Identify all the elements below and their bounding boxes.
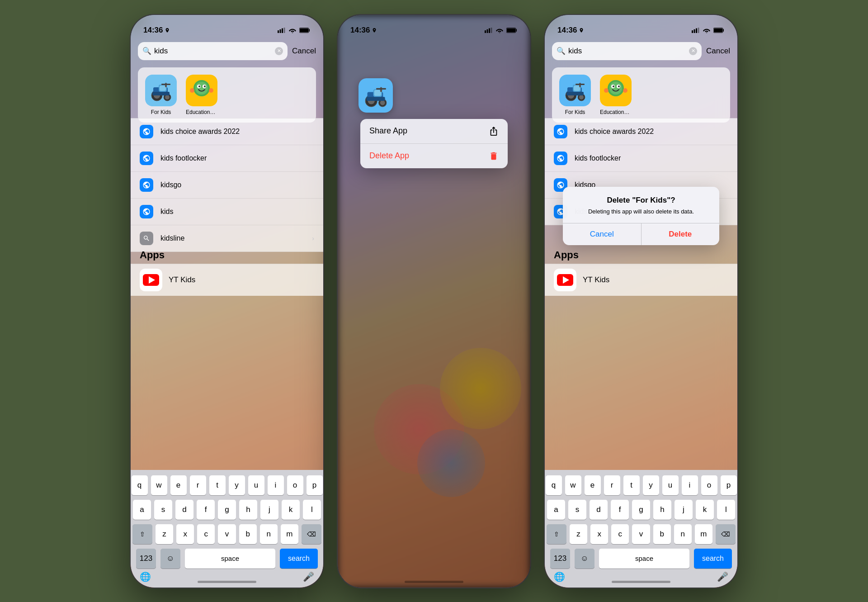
- key-w-left[interactable]: w: [151, 475, 167, 495]
- suggestion-kidsawards[interactable]: kids choice awards 2022: [131, 118, 323, 145]
- key-b-right[interactable]: b: [653, 524, 671, 544]
- key-a-right[interactable]: a: [547, 500, 565, 520]
- key-h-right[interactable]: h: [653, 500, 671, 520]
- suggestion-footlocker-right[interactable]: kids footlocker: [545, 145, 737, 172]
- key-i-left[interactable]: i: [268, 475, 284, 495]
- key-o-left[interactable]: o: [287, 475, 303, 495]
- key-emoji-left[interactable]: ☺: [160, 549, 180, 569]
- keyboard-right[interactable]: q w e r t y u i o p a s d f g h j k l: [545, 470, 737, 588]
- search-input-left[interactable]: [154, 47, 272, 56]
- key-j-left[interactable]: j: [260, 500, 278, 520]
- key-l-right[interactable]: l: [717, 500, 735, 520]
- key-d-left[interactable]: d: [175, 500, 193, 520]
- key-t-left[interactable]: t: [209, 475, 226, 495]
- key-d-right[interactable]: d: [590, 500, 608, 520]
- key-q-left[interactable]: q: [132, 475, 148, 495]
- key-y-right[interactable]: y: [643, 475, 659, 495]
- app-list-ytkids-right[interactable]: YT Kids: [545, 264, 737, 296]
- app-item-forkids[interactable]: For Kids: [145, 75, 177, 115]
- key-n-right[interactable]: n: [674, 524, 692, 544]
- key-s-right[interactable]: s: [568, 500, 586, 520]
- key-c-left[interactable]: c: [197, 524, 215, 544]
- key-c-right[interactable]: c: [611, 524, 629, 544]
- suggestion-kidsawards-right[interactable]: kids choice awards 2022: [545, 118, 737, 145]
- key-w-right[interactable]: w: [565, 475, 581, 495]
- key-r-right[interactable]: r: [604, 475, 620, 495]
- key-num-left[interactable]: 123: [136, 549, 156, 569]
- key-m-left[interactable]: m: [281, 524, 298, 544]
- key-x-right[interactable]: x: [590, 524, 608, 544]
- key-v-left[interactable]: v: [218, 524, 236, 544]
- key-b-left[interactable]: b: [239, 524, 257, 544]
- key-p-right[interactable]: p: [721, 475, 737, 495]
- mic-icon-right[interactable]: 🎤: [717, 571, 728, 582]
- key-j-right[interactable]: j: [675, 500, 693, 520]
- key-f-left[interactable]: f: [197, 500, 215, 520]
- key-space-left[interactable]: space: [185, 549, 275, 569]
- search-clear-left[interactable]: ✕: [275, 47, 283, 55]
- suggestion-kidsgo[interactable]: kidsgo: [131, 172, 323, 199]
- search-clear-right[interactable]: ✕: [689, 47, 697, 55]
- key-g-left[interactable]: g: [218, 500, 236, 520]
- key-u-right[interactable]: u: [662, 475, 679, 495]
- suggestion-text-2: kids footlocker: [160, 154, 314, 162]
- cancel-button-right[interactable]: Cancel: [706, 47, 730, 56]
- key-t-right[interactable]: t: [623, 475, 640, 495]
- key-emoji-right[interactable]: ☺: [575, 549, 594, 569]
- key-r-left[interactable]: r: [190, 475, 206, 495]
- status-bar-middle: 14:36: [338, 15, 530, 39]
- cancel-button-left[interactable]: Cancel: [292, 47, 316, 56]
- key-v-right[interactable]: v: [632, 524, 650, 544]
- svg-rect-18: [161, 84, 170, 85]
- key-o-right[interactable]: o: [701, 475, 717, 495]
- app-list-ytkids-left[interactable]: YT Kids: [131, 264, 323, 296]
- key-e-left[interactable]: e: [170, 475, 187, 495]
- key-delete-right[interactable]: ⌫: [716, 524, 736, 544]
- svg-rect-45: [376, 88, 386, 89]
- key-p-left[interactable]: p: [307, 475, 323, 495]
- suggestion-kids[interactable]: kids: [131, 199, 323, 225]
- delete-app-item[interactable]: Delete App: [360, 144, 508, 168]
- key-space-right[interactable]: space: [599, 549, 689, 569]
- globe-icon-right[interactable]: 🌐: [554, 571, 565, 582]
- key-n-left[interactable]: n: [260, 524, 278, 544]
- key-k-right[interactable]: k: [696, 500, 714, 520]
- app-item-forkids-right[interactable]: For Kids: [559, 75, 591, 115]
- suggestion-footlocker[interactable]: kids footlocker: [131, 145, 323, 172]
- key-e-right[interactable]: e: [585, 475, 601, 495]
- key-z-left[interactable]: z: [156, 524, 173, 544]
- key-k-left[interactable]: k: [282, 500, 300, 520]
- globe-icon-left[interactable]: 🌐: [140, 571, 151, 582]
- key-a-left[interactable]: a: [133, 500, 151, 520]
- dialog-delete-button[interactable]: Delete: [642, 223, 720, 245]
- key-shift-right[interactable]: ⇧: [547, 524, 566, 544]
- key-s-left[interactable]: s: [154, 500, 172, 520]
- app-item-edugame[interactable]: EducationalGa...: [186, 75, 217, 115]
- key-delete-left[interactable]: ⌫: [302, 524, 321, 544]
- svg-rect-44: [380, 87, 382, 92]
- key-g-right[interactable]: g: [632, 500, 650, 520]
- key-x-left[interactable]: x: [176, 524, 194, 544]
- key-y-left[interactable]: y: [229, 475, 245, 495]
- key-l-left[interactable]: l: [303, 500, 321, 520]
- key-i-right[interactable]: i: [682, 475, 698, 495]
- share-app-item[interactable]: Share App: [360, 119, 508, 144]
- app-item-edugame-right[interactable]: EducationalGa...: [600, 75, 632, 115]
- app-icon-edugame-right: [600, 75, 632, 106]
- key-shift-left[interactable]: ⇧: [132, 524, 152, 544]
- search-input-right[interactable]: [568, 47, 686, 56]
- key-num-right[interactable]: 123: [550, 549, 570, 569]
- key-m-right[interactable]: m: [695, 524, 712, 544]
- mic-icon-left[interactable]: 🎤: [303, 571, 314, 582]
- search-bar-right[interactable]: 🔍 ✕ Cancel: [552, 42, 730, 60]
- key-q-right[interactable]: q: [546, 475, 562, 495]
- keyboard-left[interactable]: q w e r t y u i o p a s d f g h j k l: [131, 470, 323, 588]
- dialog-cancel-button[interactable]: Cancel: [563, 223, 642, 245]
- search-bar-left[interactable]: 🔍 ✕ Cancel: [138, 42, 316, 60]
- key-u-left[interactable]: u: [248, 475, 264, 495]
- key-z-right[interactable]: z: [570, 524, 587, 544]
- key-f-right[interactable]: f: [611, 500, 629, 520]
- key-h-left[interactable]: h: [239, 500, 257, 520]
- search-button-left[interactable]: search: [280, 549, 318, 569]
- search-button-right[interactable]: search: [694, 549, 732, 569]
